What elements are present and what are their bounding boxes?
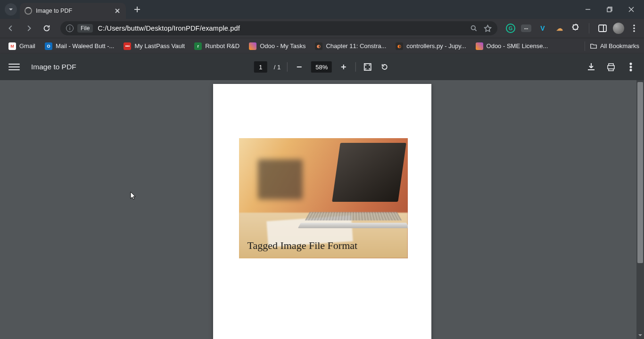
bookmark-label: Gmail	[19, 42, 35, 50]
bookmark-item[interactable]: Odoo - My Tasks	[245, 41, 309, 52]
plus-icon	[134, 6, 140, 13]
pdf-viewer[interactable]: Tagged Image File Format	[0, 80, 644, 339]
bookmark-favicon-icon: r	[194, 42, 202, 50]
arrow-right-icon	[25, 24, 33, 33]
pdf-page-input[interactable]	[254, 61, 267, 73]
browser-titlebar: Image to PDF	[0, 0, 644, 19]
fit-page-icon	[363, 63, 372, 71]
bookmark-item[interactable]: ◐Chapter 11: Constra...	[311, 41, 390, 52]
tab-title: Image to PDF	[36, 8, 114, 14]
pdf-rotate-button[interactable]	[380, 62, 390, 72]
bookmark-favicon-icon: ◐	[396, 42, 403, 50]
minimize-icon	[585, 7, 591, 12]
extension-misc-icon[interactable]: ☁	[554, 23, 565, 34]
tab-search-dropdown[interactable]	[5, 3, 17, 16]
rotate-icon	[380, 63, 389, 71]
pdf-image-caption: Tagged Image File Format	[248, 240, 358, 252]
svg-point-7	[630, 63, 632, 65]
loading-favicon-icon	[25, 7, 32, 15]
plus-icon	[340, 64, 347, 70]
extension-grammarly-icon[interactable]: G	[506, 24, 515, 33]
bookmark-label: controllers.py - Jupy...	[406, 42, 466, 50]
browser-tab[interactable]: Image to PDF	[20, 3, 126, 19]
chevron-down-icon	[8, 7, 14, 12]
bookmark-label: Mail - Waleed Butt -...	[56, 42, 115, 50]
bookmark-favicon-icon: •••	[124, 42, 131, 50]
zoom-lens-icon[interactable]	[470, 25, 478, 33]
bookmark-item[interactable]: OMail - Waleed Butt -...	[41, 41, 118, 52]
svg-point-3	[633, 25, 635, 26]
pdf-toolbar-separator	[355, 62, 356, 72]
pdf-fit-page-button[interactable]	[363, 62, 373, 72]
svg-point-5	[633, 30, 635, 32]
pdf-embedded-image: Tagged Image File Format	[239, 138, 408, 258]
pdf-page-total: / 1	[274, 64, 281, 71]
svg-point-1	[471, 25, 476, 30]
bookmark-favicon-icon: ◐	[315, 42, 322, 50]
side-panel-icon[interactable]	[598, 24, 607, 33]
bookmark-star-icon[interactable]	[484, 25, 492, 33]
svg-point-8	[630, 66, 632, 68]
window-minimize-button[interactable]	[577, 0, 599, 19]
pdf-sidebar-toggle[interactable]	[8, 61, 20, 73]
address-bar-row: i File C:/Users/buttw/Desktop/IronPDF/ex…	[0, 19, 644, 38]
bookmarks-bar: MGmailOMail - Waleed Butt -...•••My Last…	[0, 38, 644, 54]
svg-point-9	[630, 69, 632, 71]
pdf-document-title: Image to PDF	[31, 63, 76, 71]
bookmark-label: Chapter 11: Constra...	[326, 42, 386, 50]
pdf-toolbar-right	[586, 62, 636, 72]
bookmark-item[interactable]: •••My LastPass Vault	[120, 41, 189, 52]
tab-close-button[interactable]	[114, 7, 121, 15]
pdf-zoom-out-button[interactable]	[294, 62, 305, 72]
extensions-row: G ••• V ☁	[506, 23, 638, 34]
scroll-down-button[interactable]	[636, 331, 644, 339]
address-bar[interactable]: i File C:/Users/buttw/Desktop/IronPDF/ex…	[60, 21, 497, 35]
profile-avatar[interactable]	[613, 23, 624, 34]
browser-menu-icon[interactable]	[630, 24, 638, 33]
window-close-button[interactable]	[620, 0, 642, 19]
svg-rect-0	[607, 8, 611, 12]
pdf-toolbar-separator	[287, 62, 288, 72]
download-icon[interactable]	[586, 62, 596, 72]
window-maximize-button[interactable]	[599, 0, 620, 19]
bookmark-label: Odoo - My Tasks	[260, 42, 305, 50]
minus-icon	[296, 64, 303, 70]
extensions-puzzle-icon[interactable]	[571, 24, 580, 33]
print-icon[interactable]	[606, 62, 616, 72]
site-info-icon[interactable]: i	[66, 25, 74, 32]
vertical-scrollbar[interactable]	[636, 80, 644, 339]
bookmark-favicon-icon: O	[45, 42, 52, 50]
url-text: C:/Users/buttw/Desktop/IronPDF/example.p…	[98, 25, 240, 32]
close-icon	[115, 8, 120, 13]
all-bookmarks-button[interactable]: All Bookmarks	[590, 42, 639, 50]
pdf-page: Tagged Image File Format	[213, 84, 431, 339]
bookmark-item[interactable]: Odoo - SME License...	[472, 41, 552, 52]
bookmarks-separator	[585, 41, 585, 51]
maximize-icon	[607, 7, 612, 12]
bookmark-label: My LastPass Vault	[134, 42, 185, 50]
extension-lastpass-icon[interactable]: •••	[521, 25, 531, 32]
nav-forward-button[interactable]	[21, 20, 37, 36]
scrollbar-thumb[interactable]	[637, 82, 643, 263]
extension-vimeo-icon[interactable]: V	[537, 23, 548, 34]
nav-back-button[interactable]	[3, 20, 19, 36]
bookmark-item[interactable]: ◐controllers.py - Jupy...	[392, 41, 470, 52]
bookmark-item[interactable]: rRunbot R&D	[190, 41, 243, 52]
mouse-cursor-icon	[130, 191, 137, 201]
close-icon	[628, 7, 634, 12]
bookmark-item[interactable]: MGmail	[5, 41, 39, 52]
url-scheme-chip: File	[77, 24, 93, 33]
pdf-zoom-in-button[interactable]	[339, 62, 349, 72]
bookmark-label: Odoo - SME License...	[487, 42, 548, 50]
folder-icon	[590, 42, 597, 50]
toolbar-separator	[589, 23, 589, 33]
svg-rect-2	[599, 25, 606, 32]
bookmark-label: Runbot R&D	[205, 42, 239, 50]
pdf-zoom-level[interactable]: 58%	[311, 61, 332, 73]
pdf-more-menu-icon[interactable]	[626, 62, 636, 72]
new-tab-button[interactable]	[131, 3, 144, 16]
nav-reload-button[interactable]	[39, 20, 55, 36]
arrow-left-icon	[7, 24, 15, 33]
reload-icon	[42, 24, 51, 33]
pdf-toolbar: Image to PDF / 1 58%	[0, 54, 644, 80]
